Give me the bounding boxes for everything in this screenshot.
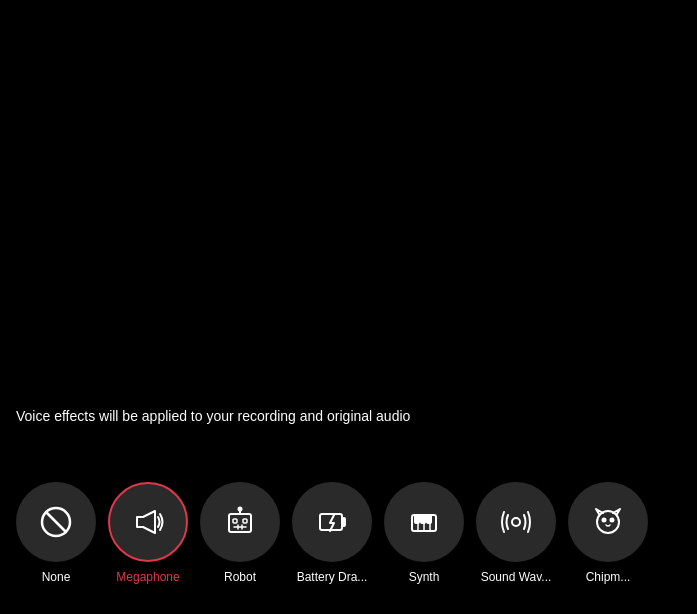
effect-label-none: None bbox=[42, 570, 71, 584]
effect-circle-none[interactable] bbox=[16, 482, 96, 562]
svg-rect-3 bbox=[229, 514, 251, 532]
effect-item-none[interactable]: None bbox=[16, 482, 96, 584]
effect-label-sound-wav: Sound Wav... bbox=[481, 570, 552, 584]
effect-circle-sound-wav[interactable] bbox=[476, 482, 556, 562]
effect-item-megaphone[interactable]: Megaphone bbox=[108, 482, 188, 584]
svg-rect-4 bbox=[233, 519, 237, 523]
effect-item-robot[interactable]: Robot bbox=[200, 482, 280, 584]
svg-point-21 bbox=[603, 519, 606, 522]
effect-circle-megaphone[interactable] bbox=[108, 482, 188, 562]
synth-icon bbox=[405, 503, 443, 541]
svg-rect-19 bbox=[427, 515, 431, 523]
voice-effects-info: Voice effects will be applied to your re… bbox=[16, 408, 681, 424]
svg-rect-18 bbox=[421, 515, 425, 523]
effect-label-robot: Robot bbox=[224, 570, 256, 584]
effect-circle-synth[interactable] bbox=[384, 482, 464, 562]
svg-point-10 bbox=[239, 508, 242, 511]
svg-rect-5 bbox=[243, 519, 247, 523]
sound-wav-icon bbox=[497, 503, 535, 541]
effect-item-sound-wav[interactable]: Sound Wav... bbox=[476, 482, 556, 584]
effect-item-synth[interactable]: Synth bbox=[384, 482, 464, 584]
effect-item-chipmunk[interactable]: Chipm... bbox=[568, 482, 648, 584]
svg-rect-17 bbox=[415, 515, 419, 523]
effect-label-megaphone: Megaphone bbox=[116, 570, 179, 584]
battery-drain-icon bbox=[313, 503, 351, 541]
chipmunk-icon bbox=[589, 503, 627, 541]
effect-circle-battery-drain[interactable] bbox=[292, 482, 372, 562]
svg-marker-2 bbox=[137, 511, 155, 533]
svg-rect-12 bbox=[342, 518, 345, 526]
megaphone-icon bbox=[129, 503, 167, 541]
svg-line-1 bbox=[46, 512, 66, 532]
svg-point-22 bbox=[611, 519, 614, 522]
robot-icon bbox=[221, 503, 259, 541]
effect-item-battery-drain[interactable]: Battery Dra... bbox=[292, 482, 372, 584]
none-icon bbox=[37, 503, 75, 541]
effect-label-chipmunk: Chipm... bbox=[586, 570, 631, 584]
effect-circle-chipmunk[interactable] bbox=[568, 482, 648, 562]
effect-circle-robot[interactable] bbox=[200, 482, 280, 562]
effect-label-synth: Synth bbox=[409, 570, 440, 584]
effect-label-battery-drain: Battery Dra... bbox=[297, 570, 368, 584]
effects-strip: None Megaphone bbox=[0, 482, 697, 584]
svg-point-20 bbox=[597, 511, 619, 533]
